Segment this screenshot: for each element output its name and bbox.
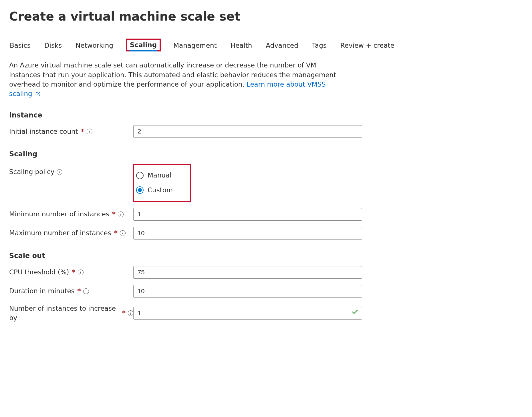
max-instances-input[interactable] (133, 227, 362, 240)
info-icon[interactable] (83, 288, 89, 294)
scaling-policy-group-highlight: Manual Custom (133, 164, 190, 202)
scaling-policy-manual-option[interactable]: Manual (136, 171, 173, 180)
increase-by-label: Number of instances to increase by (9, 304, 119, 323)
min-instances-label: Minimum number of instances (9, 210, 109, 219)
radio-icon (136, 172, 144, 179)
tab-tags[interactable]: Tags (311, 39, 327, 53)
initial-instance-count-label: Initial instance count (9, 127, 78, 136)
required-marker: * (112, 210, 116, 219)
max-instances-label: Maximum number of instances (9, 228, 111, 238)
row-max-instances: Maximum number of instances * (9, 227, 523, 240)
row-min-instances: Minimum number of instances * (9, 208, 523, 221)
cpu-threshold-input[interactable] (133, 266, 362, 279)
initial-instance-count-input[interactable] (133, 125, 362, 138)
info-icon[interactable] (118, 212, 124, 217)
tab-basics[interactable]: Basics (9, 39, 31, 53)
page-title: Create a virtual machine scale set (9, 8, 523, 25)
duration-label: Duration in minutes (9, 286, 75, 296)
info-icon[interactable] (57, 169, 62, 175)
row-cpu-threshold: CPU threshold (%) * (9, 266, 523, 279)
scaling-policy-label: Scaling policy (9, 167, 54, 177)
required-marker: * (122, 308, 126, 318)
intro-paragraph: An Azure virtual machine scale set can a… (9, 61, 347, 99)
section-heading-instance: Instance (9, 110, 523, 120)
tab-disks[interactable]: Disks (44, 39, 62, 53)
required-marker: * (72, 268, 76, 277)
wizard-tabs: BasicsDisksNetworkingScalingManagementHe… (9, 39, 523, 53)
row-increase-by: Number of instances to increase by * (9, 304, 523, 323)
min-instances-input[interactable] (133, 208, 362, 221)
duration-input[interactable] (133, 285, 362, 298)
scaling-policy-custom-option[interactable]: Custom (136, 185, 173, 195)
tab-highlight: Scaling (126, 39, 160, 51)
radio-icon (136, 186, 144, 194)
info-icon[interactable] (87, 129, 92, 134)
row-initial-instance-count: Initial instance count * (9, 125, 523, 138)
external-link-icon (35, 91, 41, 97)
increase-by-input[interactable] (133, 307, 362, 320)
scaling-policy-custom-label: Custom (148, 185, 173, 195)
info-icon[interactable] (78, 270, 84, 275)
scaling-policy-radiogroup: Manual Custom (136, 168, 174, 198)
row-duration: Duration in minutes * (9, 285, 523, 298)
required-marker: * (114, 228, 118, 238)
tab-management[interactable]: Management (173, 39, 217, 53)
required-marker: * (78, 286, 81, 296)
tab-advanced[interactable]: Advanced (265, 39, 299, 53)
row-scaling-policy: Scaling policy Manual Custom (9, 164, 523, 202)
tab-review[interactable]: Review + create (340, 39, 395, 53)
cpu-threshold-label: CPU threshold (%) (9, 268, 69, 277)
tab-scaling[interactable]: Scaling (129, 39, 157, 51)
checkmark-icon (351, 308, 359, 318)
tab-health[interactable]: Health (230, 39, 253, 53)
info-icon[interactable] (120, 230, 126, 236)
required-marker: * (81, 127, 84, 136)
scaling-policy-manual-label: Manual (148, 171, 172, 180)
info-icon[interactable] (128, 310, 133, 316)
section-heading-scale-out: Scale out (9, 251, 523, 261)
section-heading-scaling: Scaling (9, 149, 523, 159)
tab-networking[interactable]: Networking (75, 39, 114, 53)
